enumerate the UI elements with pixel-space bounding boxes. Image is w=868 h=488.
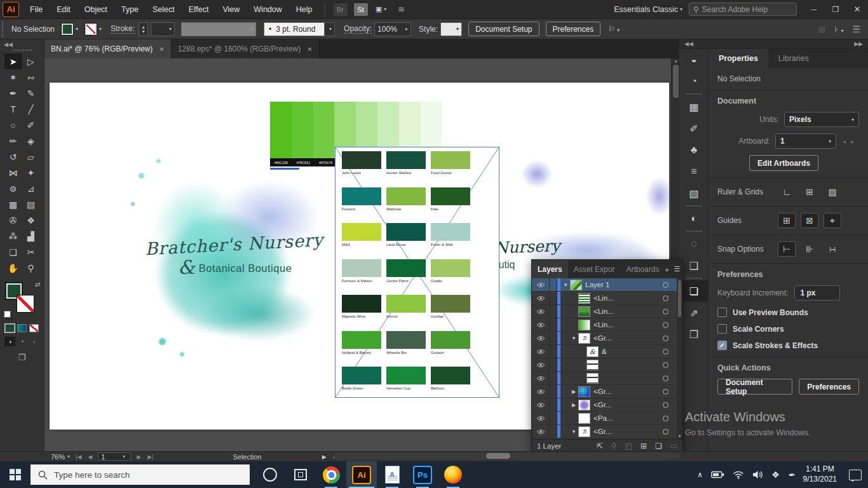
workspace-switcher[interactable]: Essentials Classic▾ [614, 5, 682, 14]
expand-panel-icon[interactable]: » [665, 266, 668, 273]
visibility-eye-icon[interactable] [532, 372, 550, 384]
chrome-taskbar-icon[interactable] [316, 461, 346, 488]
lock-column[interactable] [550, 332, 557, 344]
hand-tool[interactable]: ✋ [4, 260, 22, 276]
draw-normal-button[interactable]: ◑ [4, 337, 15, 346]
column-graph-tool[interactable]: ▟ [22, 228, 40, 244]
control-bar-grip[interactable] [2, 22, 6, 37]
artboard-navigator[interactable]: 1▾ [98, 452, 131, 461]
first-artboard-icon[interactable]: |◀ [76, 454, 81, 460]
layers-scrollbar[interactable]: ▼ [677, 278, 682, 439]
artboard-tool[interactable]: ❏ [4, 244, 22, 260]
dock-grip[interactable] [686, 93, 702, 95]
color-guide-icon[interactable]: ◔ [679, 71, 709, 92]
target-circle-icon[interactable] [663, 336, 668, 341]
target-circle-icon[interactable] [663, 389, 668, 395]
layer-label[interactable]: <Gr... [593, 388, 663, 395]
appearance-icon[interactable]: ◌ [679, 233, 709, 255]
grid-icon[interactable]: ⊞ [801, 184, 818, 200]
layer-label[interactable]: <Gr... [593, 428, 663, 435]
vertical-scroll-thumb[interactable] [673, 65, 679, 98]
taskbar-search-input[interactable]: Type here to search [31, 464, 250, 485]
illustrator-taskbar-icon[interactable]: Ai [346, 461, 377, 488]
gradient-tool[interactable]: ▤ [22, 196, 40, 212]
draw-inside-button[interactable]: ◕ [29, 337, 39, 346]
layer-row-4[interactable]: ▼ℬ<Gr... [532, 332, 682, 345]
prev-artboard-icon[interactable]: ◀ [88, 454, 92, 460]
tab-artboards[interactable]: Artboards [620, 260, 665, 278]
snap-to-point-icon[interactable]: ⊢ [778, 241, 796, 257]
layer-row-7[interactable] [532, 372, 682, 385]
task-view-button[interactable] [285, 461, 316, 488]
perspective-grid-tool[interactable]: ⊿ [22, 180, 40, 196]
layer-row-0[interactable]: ▼Layer 1 [532, 278, 682, 292]
menu-item-type[interactable]: Type [114, 0, 146, 19]
tab-libraries[interactable]: Libraries [768, 49, 819, 68]
paintbrush-tool[interactable]: ✐ [22, 117, 40, 133]
tab-asset-export[interactable]: Asset Expor [568, 260, 621, 278]
pref-check-1[interactable]: Scale Corners [717, 324, 859, 334]
close-tab-icon[interactable]: ✕ [159, 46, 164, 53]
new-layer-icon[interactable]: ❏ [655, 442, 662, 451]
stroke-weight-stepper[interactable]: ▲▼ [139, 22, 148, 36]
dock-grip[interactable] [686, 205, 702, 207]
close-tab-icon[interactable]: ✕ [307, 46, 312, 53]
layer-row-10[interactable]: <Pa... [532, 412, 682, 425]
layer-row-1[interactable]: <Lin... [532, 292, 682, 305]
swap-fill-stroke-icon[interactable]: ⇄ [35, 281, 40, 288]
play-icon[interactable]: ▶ [322, 454, 327, 460]
visibility-eye-icon[interactable] [532, 278, 550, 291]
checkbox-icon[interactable] [717, 308, 727, 317]
share-icon[interactable]: ≋ [395, 3, 409, 16]
layer-label[interactable]: & [602, 348, 663, 355]
layer-row-11[interactable]: ▼ℬ<Gr... [532, 425, 682, 438]
visibility-eye-icon[interactable] [532, 332, 550, 344]
gradient-panel-icon[interactable]: ▧ [679, 182, 709, 204]
shape-builder-tool[interactable]: ⊚ [4, 180, 22, 196]
zoom-tool[interactable]: ⚲ [22, 260, 40, 276]
lock-column[interactable] [550, 358, 557, 371]
zoom-level[interactable]: 76% [51, 453, 65, 461]
layer-row-9[interactable]: ▶<Gr... [532, 398, 682, 412]
layer-label[interactable]: <Lin... [593, 294, 663, 302]
visibility-eye-icon[interactable] [532, 305, 550, 318]
slice-tool[interactable]: ✂ [22, 244, 40, 260]
stroke-swatch[interactable] [17, 295, 34, 313]
expand-chevron-icon[interactable]: ▼ [562, 282, 569, 288]
stroke-icon[interactable]: ≡ [679, 161, 709, 182]
stroke-weight-label[interactable]: Stroke: [111, 24, 135, 34]
smart-guides-icon[interactable]: ⌖ [824, 213, 841, 228]
document-tab-1[interactable]: 1288.eps* @ 1600% (RGB/Preview)✕ [172, 39, 320, 58]
puppet-warp-tool[interactable]: ✦ [22, 165, 40, 180]
lock-column[interactable] [550, 345, 557, 358]
menu-item-effect[interactable]: Effect [182, 0, 216, 19]
layer-row-5[interactable]: && [532, 345, 682, 358]
battery-icon[interactable] [711, 471, 724, 478]
tab-properties[interactable]: Properties [709, 49, 768, 68]
expand-chevron-icon[interactable]: ▶ [570, 402, 578, 408]
layer-label[interactable]: Layer 1 [585, 281, 663, 288]
lasso-tool[interactable]: ∾ [22, 69, 40, 85]
checkbox-icon[interactable]: ✓ [717, 341, 727, 350]
help-search-input[interactable]: ⚲ Search Adobe Help [689, 3, 797, 16]
quick-preferences-button[interactable]: Preferences [799, 379, 859, 395]
layer-label[interactable]: <Pa... [593, 414, 663, 422]
clipping-mask-icon[interactable]: ◰ [625, 442, 632, 451]
restore-button[interactable]: ❐ [825, 0, 846, 19]
snap-to-pixel-icon[interactable]: ∺ [824, 241, 841, 257]
target-circle-icon[interactable] [663, 349, 668, 355]
pen-tool[interactable]: ✒ [4, 85, 22, 101]
layer-label[interactable]: <Lin... [593, 308, 663, 315]
none-button[interactable] [29, 324, 39, 332]
photoshop-taskbar-icon[interactable]: Ps [407, 461, 438, 488]
firefox-taskbar-icon[interactable] [438, 461, 468, 488]
cortana-button[interactable] [255, 461, 285, 488]
new-sublayer-icon[interactable]: ⊞ [641, 442, 647, 451]
bridge-button[interactable]: Br [334, 3, 348, 16]
lock-column[interactable] [550, 425, 557, 438]
visibility-eye-icon[interactable] [532, 412, 550, 424]
visibility-eye-icon[interactable] [532, 345, 550, 358]
delete-layer-icon[interactable]: ▭ [670, 442, 677, 451]
visibility-eye-icon[interactable] [532, 385, 550, 398]
artboard-dropdown[interactable]: 1▾ [775, 133, 836, 149]
